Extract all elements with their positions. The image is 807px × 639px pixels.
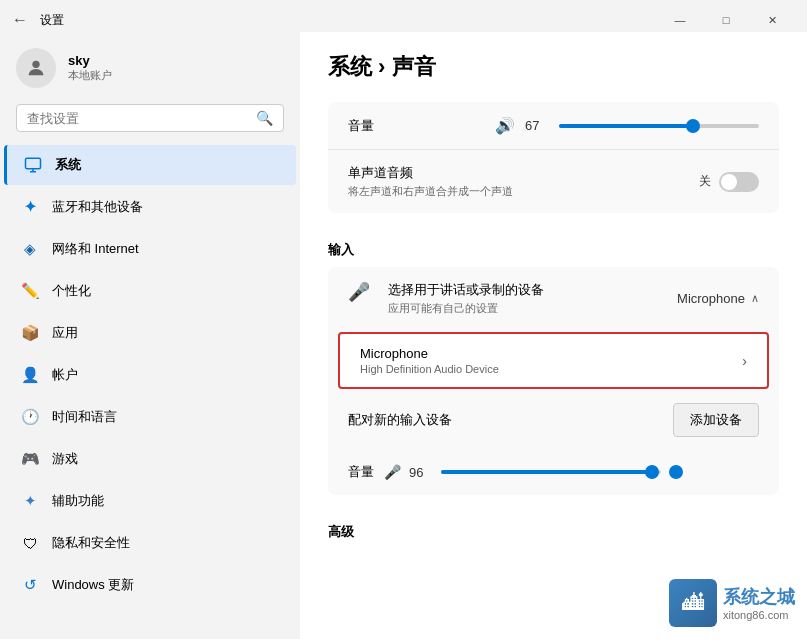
time-icon: 🕐 <box>20 407 40 427</box>
personalization-icon: ✏️ <box>20 281 40 301</box>
search-input[interactable] <box>27 111 248 126</box>
input-volume-slider-thumb <box>645 465 659 479</box>
input-volume-end-dot <box>669 465 683 479</box>
speaker-icon: 🔊 <box>495 116 515 135</box>
select-device-label: 选择用于讲话或录制的设备 <box>388 281 544 299</box>
watermark-text-area: 系统之城 xitong86.com <box>723 585 795 621</box>
input-card: 🎤 选择用于讲话或录制的设备 应用可能有自己的设置 Microphone ∧ <box>328 267 779 495</box>
watermark-sub: xitong86.com <box>723 609 795 621</box>
search-icon: 🔍 <box>256 110 273 126</box>
mono-audio-info: 单声道音频 将左声道和右声道合并成一个声道 <box>348 164 513 199</box>
selected-device-label: Microphone <box>677 291 745 306</box>
device-item-info: Microphone High Definition Audio Device <box>360 346 742 375</box>
pair-label: 配对新的输入设备 <box>348 411 452 429</box>
toggle-ball <box>721 174 737 190</box>
mono-audio-row: 单声道音频 将左声道和右声道合并成一个声道 关 <box>328 149 779 213</box>
titlebar: ← 设置 — □ ✕ <box>0 0 807 32</box>
sidebar-item-network-label: 网络和 Internet <box>52 240 139 258</box>
content-inner: 系统 › 声音 音量 🔊 67 <box>300 32 807 569</box>
sidebar: sky 本地账户 🔍 系统 ✦ 蓝牙和其他设备 ◈ 网络和 Internet <box>0 32 300 639</box>
sidebar-item-system[interactable]: 系统 <box>4 145 296 185</box>
mono-audio-sublabel: 将左声道和右声道合并成一个声道 <box>348 184 513 199</box>
system-icon <box>23 155 43 175</box>
bluetooth-icon: ✦ <box>20 197 40 217</box>
input-volume-slider-track[interactable] <box>441 470 661 474</box>
titlebar-title: 设置 <box>40 12 64 29</box>
update-icon: ↺ <box>20 575 40 595</box>
volume-card: 音量 🔊 67 单声道音频 将左声道和右声道合并成一个声道 <box>328 102 779 213</box>
sidebar-item-privacy[interactable]: 🛡 隐私和安全性 <box>4 523 296 563</box>
device-item-sub: High Definition Audio Device <box>360 363 742 375</box>
sidebar-item-personalization[interactable]: ✏️ 个性化 <box>4 271 296 311</box>
chevron-up-icon: ∧ <box>751 292 759 305</box>
page-title: 系统 › 声音 <box>328 52 779 82</box>
device-selector-left: 🎤 选择用于讲话或录制的设备 应用可能有自己的设置 <box>348 281 544 316</box>
avatar <box>16 48 56 88</box>
mono-audio-label: 单声道音频 <box>348 164 513 182</box>
accounts-icon: 👤 <box>20 365 40 385</box>
sidebar-item-time[interactable]: 🕐 时间和语言 <box>4 397 296 437</box>
input-volume-slider-fill <box>441 470 652 474</box>
sidebar-item-bluetooth-label: 蓝牙和其他设备 <box>52 198 143 216</box>
sidebar-item-bluetooth[interactable]: ✦ 蓝牙和其他设备 <box>4 187 296 227</box>
toggle-pill[interactable] <box>719 172 759 192</box>
sidebar-item-accounts[interactable]: 👤 帐户 <box>4 355 296 395</box>
sidebar-item-personalization-label: 个性化 <box>52 282 91 300</box>
sidebar-item-accessibility[interactable]: ✦ 辅助功能 <box>4 481 296 521</box>
user-type: 本地账户 <box>68 68 112 83</box>
mono-audio-toggle[interactable]: 关 <box>699 172 759 192</box>
sidebar-item-windows-update[interactable]: ↺ Windows 更新 <box>4 565 296 605</box>
input-heading: 输入 <box>328 225 779 267</box>
pair-device-row: 配对新的输入设备 添加设备 <box>328 391 779 449</box>
privacy-icon: 🛡 <box>20 533 40 553</box>
network-icon: ◈ <box>20 239 40 259</box>
sidebar-item-accounts-label: 帐户 <box>52 366 78 384</box>
input-volume-label: 音量 <box>348 463 374 481</box>
user-name: sky <box>68 53 112 68</box>
watermark-text: 系统之城 <box>723 585 795 609</box>
app-body: sky 本地账户 🔍 系统 ✦ 蓝牙和其他设备 ◈ 网络和 Internet <box>0 32 807 639</box>
volume-row: 音量 🔊 67 <box>328 102 779 149</box>
watermark-icon: 🏙 <box>669 579 717 627</box>
device-item-microphone[interactable]: Microphone High Definition Audio Device … <box>338 332 769 389</box>
sidebar-item-system-label: 系统 <box>55 156 81 174</box>
volume-control: 🔊 67 <box>390 116 759 135</box>
device-selector-info: 选择用于讲话或录制的设备 应用可能有自己的设置 <box>388 281 544 316</box>
volume-value: 67 <box>525 118 549 133</box>
sidebar-item-accessibility-label: 辅助功能 <box>52 492 104 510</box>
titlebar-left: ← 设置 <box>12 11 64 29</box>
input-volume-control: 🎤 96 <box>384 464 759 480</box>
sidebar-header: sky 本地账户 <box>0 40 300 104</box>
volume-slider-thumb <box>686 119 700 133</box>
sidebar-item-apps-label: 应用 <box>52 324 78 342</box>
sidebar-item-time-label: 时间和语言 <box>52 408 117 426</box>
back-arrow-icon: ← <box>12 11 28 29</box>
user-info: sky 本地账户 <box>68 53 112 83</box>
add-device-button[interactable]: 添加设备 <box>673 403 759 437</box>
sidebar-item-network[interactable]: ◈ 网络和 Internet <box>4 229 296 269</box>
device-item-name: Microphone <box>360 346 742 361</box>
svg-rect-1 <box>26 158 41 169</box>
volume-slider-track[interactable] <box>559 124 759 128</box>
device-selector-value[interactable]: Microphone ∧ <box>677 291 759 306</box>
gaming-icon: 🎮 <box>20 449 40 469</box>
device-item-chevron-icon: › <box>742 353 747 369</box>
accessibility-icon: ✦ <box>20 491 40 511</box>
volume-label: 音量 <box>348 117 374 135</box>
toggle-off-label: 关 <box>699 173 711 190</box>
sidebar-item-gaming[interactable]: 🎮 游戏 <box>4 439 296 479</box>
search-box[interactable]: 🔍 <box>16 104 284 132</box>
sidebar-item-apps[interactable]: 📦 应用 <box>4 313 296 353</box>
apps-icon: 📦 <box>20 323 40 343</box>
svg-point-0 <box>32 61 39 68</box>
content-area: 系统 › 声音 音量 🔊 67 <box>300 32 807 639</box>
device-selector-row[interactable]: 🎤 选择用于讲话或录制的设备 应用可能有自己的设置 Microphone ∧ <box>328 267 779 330</box>
volume-slider-fill <box>559 124 693 128</box>
watermark: 🏙 系统之城 xitong86.com <box>669 579 795 627</box>
select-device-sub: 应用可能有自己的设置 <box>388 301 544 316</box>
advanced-heading: 高级 <box>328 507 779 549</box>
sidebar-item-privacy-label: 隐私和安全性 <box>52 534 130 552</box>
sidebar-item-update-label: Windows 更新 <box>52 576 134 594</box>
input-mic-icon: 🎤 <box>384 464 401 480</box>
input-volume-value: 96 <box>409 465 433 480</box>
